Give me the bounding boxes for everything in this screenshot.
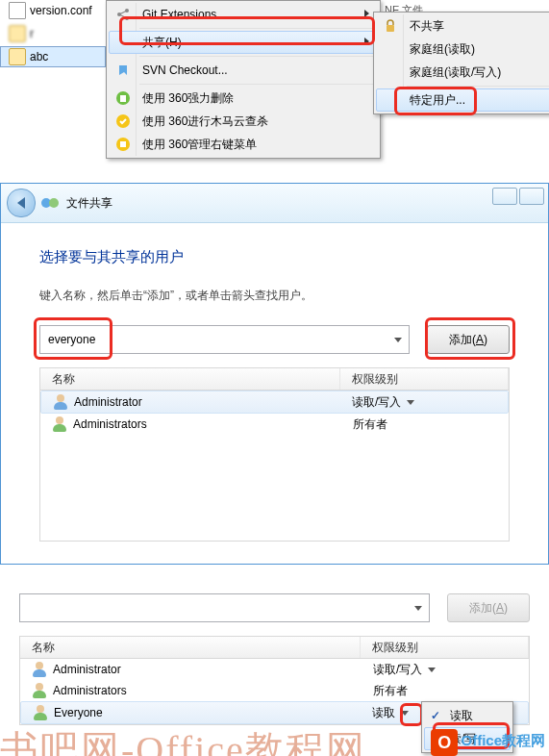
user-input[interactable] (46, 332, 403, 347)
submenu-item-homegroup-readwrite[interactable]: 家庭组(读取/写入) (376, 61, 549, 84)
dropdown-button[interactable] (410, 596, 427, 619)
table-row[interactable]: Administrator 读取/写入 (20, 659, 529, 680)
table-row[interactable]: Administrator 读取/写入 (40, 391, 509, 414)
cell-perm: 读取/写入 (352, 394, 401, 411)
menu-item-360-delete[interactable]: 使用 360强力删除 (109, 87, 378, 110)
group-icon (32, 683, 47, 698)
menu-label: 使用 360管理右键菜单 (142, 137, 257, 153)
context-menu: Git Extensions 共享(H) SVN Checkout... 使用 … (106, 0, 381, 159)
minimize-button[interactable] (492, 188, 517, 205)
user-combobox[interactable] (39, 325, 410, 354)
group-icon (52, 416, 67, 432)
btn-label: 添加(A) (469, 600, 508, 617)
dropdown-button[interactable] (389, 328, 407, 351)
menu-item-svn-checkout[interactable]: SVN Checkout... (109, 59, 378, 82)
menu-label: Git Extensions (142, 8, 216, 21)
chevron-down-icon[interactable] (407, 400, 414, 405)
add-button-disabled: 添加(A) (447, 593, 530, 622)
menu-item-git-extensions[interactable]: Git Extensions (109, 3, 378, 26)
cell-perm: 读取 (372, 705, 395, 721)
chevron-down-icon (414, 606, 422, 611)
menu-item-share[interactable]: 共享(H) (109, 31, 378, 54)
cell-name: Administrators (53, 684, 127, 697)
perm-option-read[interactable]: ✓ 读取 (424, 704, 511, 727)
tree-item-file[interactable]: version.conf (0, 0, 106, 21)
user-icon (53, 394, 68, 410)
folder-icon (9, 48, 26, 65)
dialog-heading: 选择要与其共享的用户 (39, 248, 510, 266)
table-row-empty (40, 435, 509, 541)
menu-label: SVN Checkout... (142, 63, 228, 77)
column-permission[interactable]: 权限级别 (361, 637, 529, 658)
tree-item-folder[interactable]: r (0, 23, 106, 44)
office-logo-icon: O (431, 729, 458, 756)
cell-perm: 所有者 (373, 683, 408, 699)
column-permission[interactable]: 权限级别 (340, 368, 509, 390)
folder-icon (9, 25, 26, 42)
option-label: 读取 (450, 708, 473, 724)
back-button[interactable] (7, 189, 36, 217)
folder-tree: version.conf r abc (0, 0, 106, 69)
dialog-hint: 键入名称，然后单击“添加”，或者单击箭头查找用户。 (39, 288, 510, 304)
chevron-down-icon (394, 338, 402, 342)
submenu-arrow-icon (364, 10, 369, 17)
maximize-button[interactable] (519, 188, 544, 205)
chevron-down-icon[interactable] (401, 711, 409, 716)
brand-line1: Office教程网 (461, 732, 545, 748)
table-row[interactable]: Administrators 所有者 (20, 680, 529, 701)
file-icon (9, 2, 26, 19)
menu-item-360-contextmgr[interactable]: 使用 360管理右键菜单 (109, 133, 378, 156)
svg-rect-4 (120, 95, 126, 102)
chevron-down-icon[interactable] (428, 668, 436, 672)
cell-name: Administrator (53, 663, 121, 676)
tree-label: abc (30, 50, 48, 63)
menu-label: 特定用户... (410, 92, 465, 109)
user-input[interactable] (26, 600, 423, 616)
column-name[interactable]: 名称 (40, 368, 340, 390)
scan-icon (115, 113, 131, 129)
arrow-left-icon (17, 197, 25, 209)
submenu-item-specific-user[interactable]: 特定用户... (376, 88, 549, 112)
tree-item-selected[interactable]: abc (0, 46, 106, 67)
menu-label: 使用 360进行木马云查杀 (142, 113, 268, 130)
users-table: 名称 权限级别 Administrator 读取/写入 Administrato… (39, 367, 510, 542)
dialog-titlebar: 文件共享 (1, 184, 548, 223)
tree-label: version.conf (30, 4, 92, 17)
git-icon (115, 7, 131, 22)
menu-item-360-scan[interactable]: 使用 360进行木马云查杀 (109, 110, 378, 133)
menu-label: 不共享 (410, 18, 444, 35)
user-icon (32, 662, 47, 677)
lock-icon (383, 18, 398, 34)
file-share-dialog: 文件共享 选择要与其共享的用户 键入名称，然后单击“添加”，或者单击箭头查找用户… (0, 183, 549, 565)
cell-name: Administrators (73, 417, 147, 431)
submenu-item-homegroup-read[interactable]: 家庭组(读取) (376, 38, 549, 61)
people-icon (41, 195, 61, 211)
menu-label: 家庭组(读取/写入) (410, 64, 501, 81)
cell-name: Administrator (74, 395, 142, 409)
cell-perm: 所有者 (353, 416, 387, 433)
menu-label: 使用 360强力删除 (142, 90, 234, 107)
add-button[interactable]: 添加(A) (427, 325, 510, 354)
brand-logo: O Office教程网 office66.cn (431, 729, 545, 756)
share-submenu: 不共享 家庭组(读取) 家庭组(读取/写入) 特定用户... (373, 12, 549, 114)
menu-label: 共享(H) (142, 35, 182, 51)
delete-icon (115, 90, 131, 106)
svg-rect-8 (387, 25, 394, 32)
cell-perm: 读取/写入 (373, 662, 422, 678)
cell-name: Everyone (54, 706, 103, 719)
group-icon (33, 705, 48, 720)
svn-icon (115, 63, 131, 78)
column-name[interactable]: 名称 (20, 637, 361, 658)
submenu-arrow-icon (364, 38, 369, 45)
user-combobox[interactable] (19, 593, 430, 622)
tree-label: r (30, 27, 34, 40)
svg-rect-7 (120, 141, 126, 147)
table-row[interactable]: Administrators 所有者 (40, 414, 509, 435)
check-icon: ✓ (431, 709, 440, 722)
dialog-title: 文件共享 (66, 195, 112, 212)
menu-label: 家庭组(读取) (410, 41, 475, 58)
submenu-item-no-share[interactable]: 不共享 (376, 14, 549, 38)
manage-icon (115, 137, 131, 152)
btn-label: 添加(A) (449, 332, 487, 348)
